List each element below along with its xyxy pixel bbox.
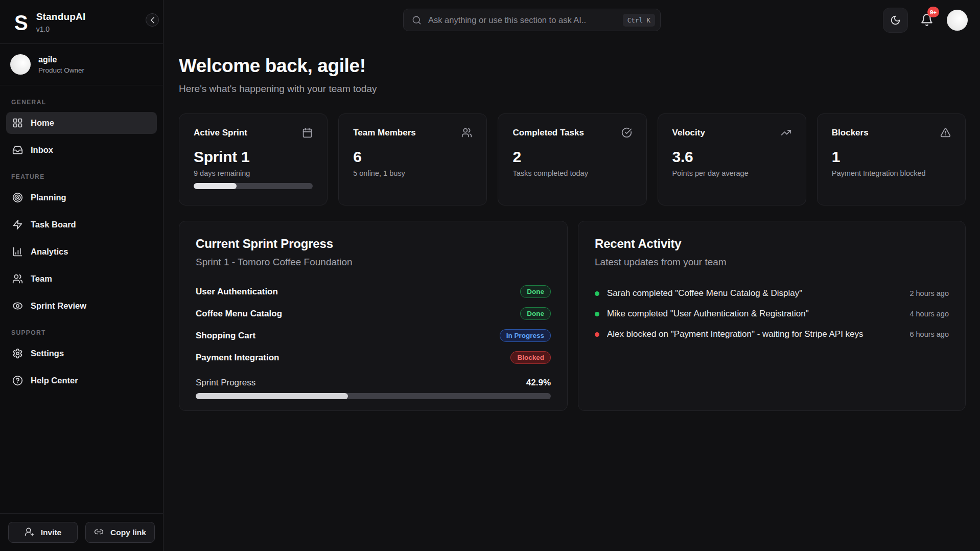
dashboard-content: Welcome back, agile! Here's what's happe… [164, 40, 980, 411]
notifications-button[interactable]: 9+ [920, 13, 935, 27]
task-list: User Authentication Done Coffee Menu Cat… [196, 285, 551, 364]
nav-section: General Home Inbox [6, 93, 157, 161]
activity-time: 2 hours ago [909, 289, 949, 297]
target-icon [12, 192, 23, 203]
user-avatar [10, 54, 31, 75]
sidebar-footer: Invite Copy link [0, 513, 163, 551]
sidebar-collapse-button[interactable] [146, 13, 159, 27]
sidebar-item-settings[interactable]: Settings [6, 342, 157, 364]
sidebar-item-inbox[interactable]: Inbox [6, 139, 157, 161]
sprint-progress-value: 42.9% [526, 378, 551, 388]
sidebar-item-home[interactable]: Home [6, 112, 157, 134]
sprint-progress-bar [196, 393, 551, 399]
recent-activity-card: Recent Activity Latest updates from your… [578, 221, 966, 411]
invite-button[interactable]: Invite [8, 522, 78, 543]
dashboard-icon [12, 118, 23, 128]
task-row: Shopping Cart In Progress [196, 329, 551, 342]
stat-card-title: Velocity [672, 128, 705, 138]
nav-section: Support Settings Help Center [6, 323, 157, 392]
stat-card-title: Active Sprint [194, 128, 247, 138]
stat-card: Blockers 1 Payment Integration blocked [817, 113, 966, 205]
users-icon [12, 273, 23, 284]
user-name: agile [38, 55, 84, 64]
sidebar-item-label: Settings [31, 349, 64, 358]
stat-card-value: 2 [512, 148, 632, 166]
sidebar-item-label: Inbox [31, 145, 53, 155]
topbar-actions: 9+ [883, 0, 968, 40]
activity-text: Mike completed "User Authentication & Re… [607, 309, 902, 319]
sidebar-item-analytics[interactable]: Analytics [6, 241, 157, 263]
calendar-icon [302, 127, 313, 138]
task-status-badge: Done [520, 285, 551, 298]
stat-card-progress-fill [194, 183, 237, 189]
trending-up-icon [781, 127, 791, 138]
link-icon [94, 527, 105, 538]
sidebar: S StandupAI v1.0 agile Product Owner Gen… [0, 0, 164, 551]
shortcut-kbd: Ctrl K [623, 14, 655, 27]
task-name: Payment Integration [196, 353, 279, 363]
user-role: Product Owner [38, 66, 84, 74]
page-title: Welcome back, agile! [179, 55, 966, 77]
task-name: User Authentication [196, 287, 278, 297]
app-logo: S [10, 12, 28, 33]
search-input-container[interactable]: Ctrl K [403, 9, 661, 31]
sidebar-item-planning[interactable]: Planning [6, 187, 157, 209]
activity-text: Alex blocked on "Payment Integration" - … [607, 329, 902, 339]
sidebar-item-label: Analytics [31, 247, 68, 257]
moon-icon [890, 15, 901, 26]
search-icon [412, 15, 422, 25]
user-plus-icon [25, 527, 35, 538]
sprint-progress-card: Current Sprint Progress Sprint 1 - Tomor… [179, 221, 568, 411]
account-avatar[interactable] [947, 10, 968, 31]
nav-section-label: Support [6, 323, 157, 342]
nav-list: Settings Help Center [6, 342, 157, 392]
notification-badge: 9+ [927, 7, 939, 17]
stat-card-title: Completed Tasks [512, 128, 584, 138]
sidebar-item-task-board[interactable]: Task Board [6, 214, 157, 236]
stat-card-value: 6 [353, 148, 472, 166]
stat-card-subtext: Points per day average [672, 169, 791, 177]
user-profile[interactable]: agile Product Owner [0, 44, 163, 85]
eye-icon [12, 301, 23, 311]
help-icon [12, 375, 23, 386]
stat-card: Velocity 3.6 Points per day average [658, 113, 806, 205]
stat-card-progress-bar [194, 183, 313, 189]
task-status-badge: Done [520, 307, 551, 320]
check-circle-icon [621, 127, 632, 138]
sidebar-item-label: Task Board [31, 220, 76, 229]
sprint-card-subtitle: Sprint 1 - Tomoro Coffee Foundation [196, 257, 551, 268]
activity-status-dot [595, 332, 599, 337]
stat-card-subtext: 5 online, 1 busy [353, 169, 472, 177]
stat-card-title: Blockers [832, 128, 869, 138]
sprint-card-title: Current Sprint Progress [196, 237, 551, 251]
search-input[interactable] [428, 15, 616, 25]
task-row: Payment Integration Blocked [196, 351, 551, 364]
copy-link-button[interactable]: Copy link [85, 522, 155, 543]
theme-toggle-button[interactable] [883, 8, 908, 33]
topbar: Ctrl K 9+ [164, 0, 980, 40]
stat-card-value: 3.6 [672, 148, 791, 166]
task-row: User Authentication Done [196, 285, 551, 299]
sidebar-item-team[interactable]: Team [6, 268, 157, 290]
nav-section-label: General [6, 93, 157, 112]
sidebar-item-label: Sprint Review [31, 301, 86, 311]
sidebar-nav: General Home Inbox Feature Planning Task… [0, 85, 163, 513]
stat-card: Team Members 6 5 online, 1 busy [338, 113, 487, 205]
chevron-left-icon [147, 15, 158, 26]
stat-card: Active Sprint Sprint 1 9 days remaining [179, 113, 328, 205]
sidebar-item-label: Home [31, 118, 54, 128]
sidebar-item-sprint-review[interactable]: Sprint Review [6, 295, 157, 317]
sprint-progress-row: Sprint Progress 42.9% [196, 378, 551, 388]
stat-card-subtext: Payment Integration blocked [832, 169, 951, 177]
nav-list: Home Inbox [6, 112, 157, 161]
sidebar-item-help-center[interactable]: Help Center [6, 370, 157, 392]
sidebar-item-label: Help Center [31, 376, 78, 385]
activity-list: Sarah completed "Coffee Menu Catalog & D… [595, 288, 949, 339]
app-name: StandupAI [36, 11, 86, 22]
activity-status-dot [595, 312, 599, 316]
settings-icon [12, 348, 23, 359]
main-area: Ctrl K 9+ Welcome back, agile! Here's wh… [164, 0, 980, 551]
stats-row: Active Sprint Sprint 1 9 days remaining … [179, 113, 966, 205]
zap-icon [12, 219, 23, 230]
sidebar-item-label: Planning [31, 193, 66, 202]
